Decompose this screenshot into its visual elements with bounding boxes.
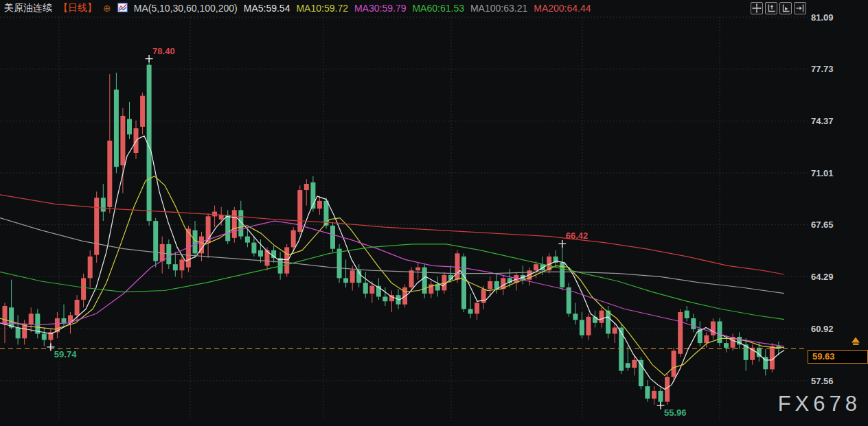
ma30-value: MA30:59.79: [354, 3, 407, 14]
extreme-cross-marker: [657, 402, 665, 410]
candlestick-chart[interactable]: 81.0977.7374.3771.0167.6564.2960.9257.56…: [0, 0, 868, 426]
price-annotation: 55.96: [664, 407, 687, 418]
y-axis-label: 71.01: [811, 168, 834, 178]
price-annotation: 66.42: [566, 230, 589, 241]
chart-toolbar: [751, 2, 806, 14]
trading-app-window: 81.0977.7374.3771.0167.6564.2960.9257.56…: [0, 0, 868, 426]
ma200-value: MA200:64.44: [534, 3, 591, 14]
x-axis-scale-icon[interactable]: [779, 2, 792, 14]
y-axis-label: 74.37: [811, 116, 834, 126]
chart-type-icon[interactable]: [117, 3, 128, 14]
price-annotation: 78.40: [152, 46, 175, 56]
y-axis-label: 77.73: [811, 64, 834, 74]
watermark: FX678: [778, 392, 861, 416]
extreme-cross-marker: [146, 55, 153, 62]
y-axis-label: 57.56: [811, 376, 834, 386]
current-price-tag: 59.63: [808, 350, 868, 364]
ma-line-MA10: [0, 176, 784, 376]
y-axis-label: 60.92: [811, 324, 834, 334]
pan-icon[interactable]: [751, 2, 763, 14]
ma-line-MA200: [0, 195, 784, 274]
add-indicator-icon[interactable]: ⊕: [103, 3, 111, 14]
y-axis-label: 64.29: [811, 272, 834, 282]
ma10-value: MA10:59.72: [296, 3, 348, 14]
period-selector[interactable]: 【日线】: [58, 2, 97, 14]
y-axis-label: 67.65: [811, 220, 834, 230]
price-annotation: 59.74: [54, 349, 77, 359]
y-axis-label: 81.09: [811, 12, 834, 23]
ma-params-label: MA(5,10,30,60,100,200): [134, 3, 238, 14]
chart-header: 美原油连续 【日线】 ⊕ MA(5,10,30,60,100,200) MA5:…: [0, 0, 591, 16]
ma-line-MA100: [0, 218, 784, 294]
shift-right-icon[interactable]: [794, 2, 806, 14]
symbol-title: 美原油连续: [4, 2, 52, 14]
ma60-value: MA60:61.53: [412, 3, 464, 14]
ma100-value: MA100:63.21: [470, 3, 527, 14]
extreme-cross-marker: [558, 240, 566, 248]
price-arrow-marker: [852, 338, 860, 345]
ma5-value: MA5:59.54: [244, 3, 290, 14]
ma-line-MA5: [0, 136, 784, 389]
y-axis-scale-icon[interactable]: [765, 2, 777, 14]
extreme-cross-marker: [47, 343, 54, 351]
